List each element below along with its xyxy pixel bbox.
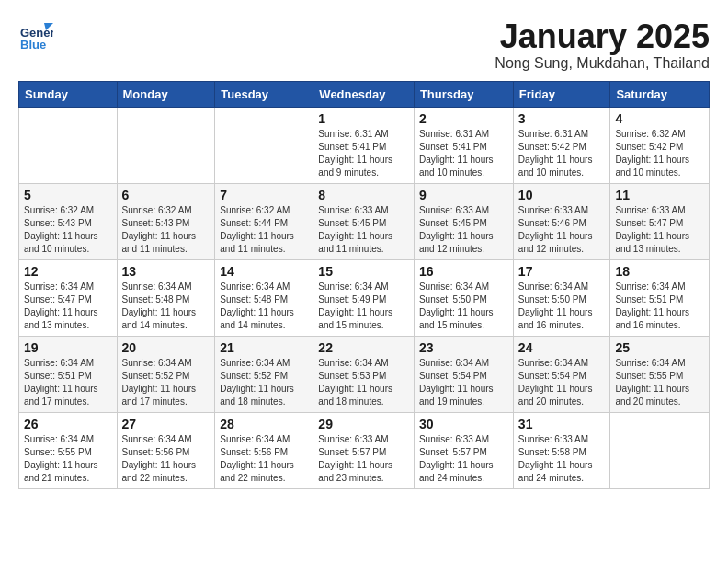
day-info: Sunrise: 6:34 AM Sunset: 5:53 PM Dayligh… [318, 357, 409, 408]
calendar-cell: 17Sunrise: 6:34 AM Sunset: 5:50 PM Dayli… [513, 259, 610, 336]
calendar-cell: 27Sunrise: 6:34 AM Sunset: 5:56 PM Dayli… [117, 412, 215, 488]
calendar-cell: 13Sunrise: 6:34 AM Sunset: 5:48 PM Dayli… [117, 259, 215, 336]
day-info: Sunrise: 6:34 AM Sunset: 5:56 PM Dayligh… [220, 433, 308, 485]
day-number: 29 [318, 417, 409, 431]
day-number: 2 [419, 111, 508, 126]
day-info: Sunrise: 6:34 AM Sunset: 5:48 PM Dayligh… [122, 281, 210, 332]
calendar-cell: 21Sunrise: 6:34 AM Sunset: 5:52 PM Dayli… [215, 336, 313, 412]
day-number: 13 [122, 264, 210, 279]
column-header-saturday: Saturday [610, 81, 710, 107]
calendar-cell: 15Sunrise: 6:34 AM Sunset: 5:49 PM Dayli… [313, 259, 415, 336]
calendar-cell: 19Sunrise: 6:34 AM Sunset: 5:51 PM Dayli… [19, 336, 118, 412]
column-header-friday: Friday [513, 81, 610, 107]
day-number: 17 [518, 264, 606, 279]
day-info: Sunrise: 6:34 AM Sunset: 5:55 PM Dayligh… [615, 357, 704, 408]
day-info: Sunrise: 6:34 AM Sunset: 5:50 PM Dayligh… [518, 281, 606, 332]
calendar-cell: 24Sunrise: 6:34 AM Sunset: 5:54 PM Dayli… [513, 336, 610, 412]
column-header-monday: Monday [117, 81, 215, 107]
column-header-thursday: Thursday [414, 81, 513, 107]
day-info: Sunrise: 6:34 AM Sunset: 5:50 PM Dayligh… [419, 281, 508, 332]
calendar-cell: 7Sunrise: 6:32 AM Sunset: 5:44 PM Daylig… [215, 183, 313, 259]
day-info: Sunrise: 6:31 AM Sunset: 5:41 PM Dayligh… [318, 128, 409, 179]
day-number: 27 [122, 417, 210, 431]
day-number: 22 [318, 340, 409, 355]
day-info: Sunrise: 6:34 AM Sunset: 5:55 PM Dayligh… [24, 433, 112, 485]
day-number: 21 [220, 340, 308, 355]
day-info: Sunrise: 6:32 AM Sunset: 5:43 PM Dayligh… [122, 204, 210, 256]
day-info: Sunrise: 6:33 AM Sunset: 5:45 PM Dayligh… [419, 204, 508, 256]
calendar-cell: 25Sunrise: 6:34 AM Sunset: 5:55 PM Dayli… [610, 336, 710, 412]
day-info: Sunrise: 6:32 AM Sunset: 5:42 PM Dayligh… [615, 128, 704, 179]
day-number: 16 [419, 264, 508, 279]
day-info: Sunrise: 6:34 AM Sunset: 5:56 PM Dayligh… [122, 433, 210, 485]
calendar-cell: 9Sunrise: 6:33 AM Sunset: 5:45 PM Daylig… [414, 183, 513, 259]
calendar-cell: 14Sunrise: 6:34 AM Sunset: 5:48 PM Dayli… [215, 259, 313, 336]
day-number: 15 [318, 264, 409, 279]
day-info: Sunrise: 6:32 AM Sunset: 5:44 PM Dayligh… [220, 204, 308, 256]
week-row-2: 5Sunrise: 6:32 AM Sunset: 5:43 PM Daylig… [19, 183, 710, 259]
calendar-table: SundayMondayTuesdayWednesdayThursdayFrid… [18, 81, 710, 489]
day-number: 30 [419, 417, 508, 431]
calendar-cell: 16Sunrise: 6:34 AM Sunset: 5:50 PM Dayli… [414, 259, 513, 336]
title-section: January 2025 Nong Sung, Mukdahan, Thaila… [495, 18, 710, 72]
calendar-cell: 8Sunrise: 6:33 AM Sunset: 5:45 PM Daylig… [313, 183, 415, 259]
day-info: Sunrise: 6:34 AM Sunset: 5:52 PM Dayligh… [122, 357, 210, 408]
calendar-cell: 20Sunrise: 6:34 AM Sunset: 5:52 PM Dayli… [117, 336, 215, 412]
calendar-cell: 18Sunrise: 6:34 AM Sunset: 5:51 PM Dayli… [610, 259, 710, 336]
day-number: 25 [615, 340, 704, 355]
calendar-cell [215, 107, 313, 183]
day-number: 31 [518, 417, 606, 431]
day-info: Sunrise: 6:34 AM Sunset: 5:49 PM Dayligh… [318, 281, 409, 332]
day-info: Sunrise: 6:34 AM Sunset: 5:47 PM Dayligh… [24, 281, 112, 332]
day-number: 1 [318, 111, 409, 126]
calendar-cell: 12Sunrise: 6:34 AM Sunset: 5:47 PM Dayli… [19, 259, 118, 336]
calendar-cell: 6Sunrise: 6:32 AM Sunset: 5:43 PM Daylig… [117, 183, 215, 259]
day-info: Sunrise: 6:33 AM Sunset: 5:58 PM Dayligh… [518, 433, 606, 485]
day-number: 9 [419, 188, 508, 202]
logo-icon: General Blue [18, 18, 53, 53]
calendar-subtitle: Nong Sung, Mukdahan, Thailand [495, 55, 710, 72]
week-row-4: 19Sunrise: 6:34 AM Sunset: 5:51 PM Dayli… [19, 336, 710, 412]
day-info: Sunrise: 6:33 AM Sunset: 5:57 PM Dayligh… [318, 433, 409, 485]
day-info: Sunrise: 6:33 AM Sunset: 5:47 PM Dayligh… [615, 204, 704, 256]
week-row-3: 12Sunrise: 6:34 AM Sunset: 5:47 PM Dayli… [19, 259, 710, 336]
day-info: Sunrise: 6:34 AM Sunset: 5:51 PM Dayligh… [615, 281, 704, 332]
top-section: General Blue January 2025 Nong Sung, Muk… [18, 18, 710, 72]
day-number: 18 [615, 264, 704, 279]
header-row: SundayMondayTuesdayWednesdayThursdayFrid… [19, 81, 710, 107]
day-info: Sunrise: 6:34 AM Sunset: 5:51 PM Dayligh… [24, 357, 112, 408]
day-info: Sunrise: 6:31 AM Sunset: 5:42 PM Dayligh… [518, 128, 606, 179]
day-number: 20 [122, 340, 210, 355]
day-info: Sunrise: 6:34 AM Sunset: 5:48 PM Dayligh… [220, 281, 308, 332]
day-number: 14 [220, 264, 308, 279]
column-header-wednesday: Wednesday [313, 81, 415, 107]
day-number: 12 [24, 264, 112, 279]
day-number: 11 [615, 188, 704, 202]
week-row-1: 1Sunrise: 6:31 AM Sunset: 5:41 PM Daylig… [19, 107, 710, 183]
day-number: 5 [24, 188, 112, 202]
day-number: 28 [220, 417, 308, 431]
day-number: 26 [24, 417, 112, 431]
logo: General Blue [18, 18, 53, 53]
day-info: Sunrise: 6:33 AM Sunset: 5:45 PM Dayligh… [318, 204, 409, 256]
svg-text:Blue: Blue [20, 38, 46, 52]
day-info: Sunrise: 6:34 AM Sunset: 5:54 PM Dayligh… [419, 357, 508, 408]
calendar-cell [117, 107, 215, 183]
day-number: 23 [419, 340, 508, 355]
calendar-cell: 29Sunrise: 6:33 AM Sunset: 5:57 PM Dayli… [313, 412, 415, 488]
day-info: Sunrise: 6:34 AM Sunset: 5:54 PM Dayligh… [518, 357, 606, 408]
calendar-cell [610, 412, 710, 488]
calendar-cell [19, 107, 118, 183]
day-number: 7 [220, 188, 308, 202]
day-number: 8 [318, 188, 409, 202]
calendar-cell: 28Sunrise: 6:34 AM Sunset: 5:56 PM Dayli… [215, 412, 313, 488]
day-info: Sunrise: 6:34 AM Sunset: 5:52 PM Dayligh… [220, 357, 308, 408]
calendar-cell: 26Sunrise: 6:34 AM Sunset: 5:55 PM Dayli… [19, 412, 118, 488]
week-row-5: 26Sunrise: 6:34 AM Sunset: 5:55 PM Dayli… [19, 412, 710, 488]
calendar-cell: 1Sunrise: 6:31 AM Sunset: 5:41 PM Daylig… [313, 107, 415, 183]
calendar-cell: 3Sunrise: 6:31 AM Sunset: 5:42 PM Daylig… [513, 107, 610, 183]
day-number: 10 [518, 188, 606, 202]
day-number: 6 [122, 188, 210, 202]
day-number: 19 [24, 340, 112, 355]
calendar-cell: 2Sunrise: 6:31 AM Sunset: 5:41 PM Daylig… [414, 107, 513, 183]
